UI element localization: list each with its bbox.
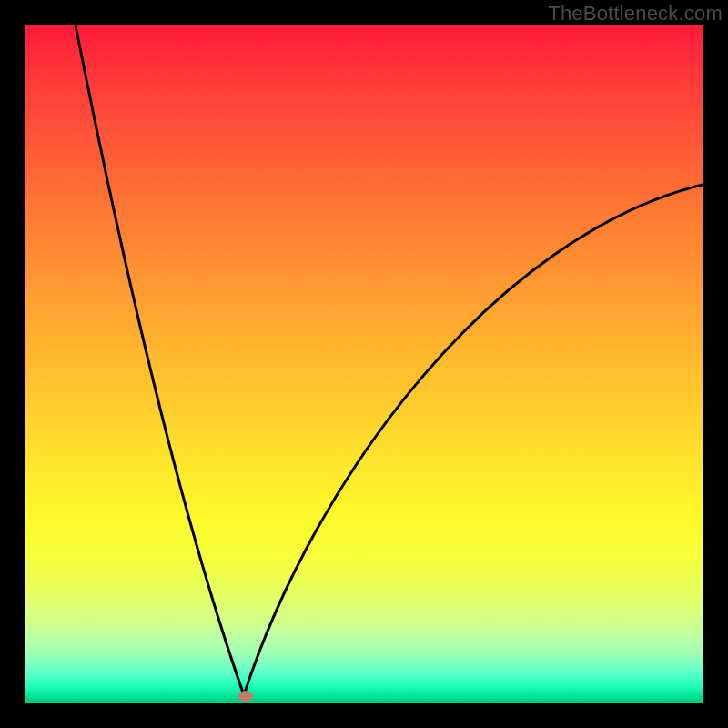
plot-area	[25, 25, 703, 703]
minimum-marker	[238, 691, 253, 702]
curve-left-branch	[76, 25, 244, 695]
watermark-text: TheBottleneck.com	[548, 2, 723, 25]
curve-right-branch	[244, 185, 703, 695]
chart-frame: TheBottleneck.com	[0, 0, 728, 728]
curve-layer	[25, 25, 703, 703]
